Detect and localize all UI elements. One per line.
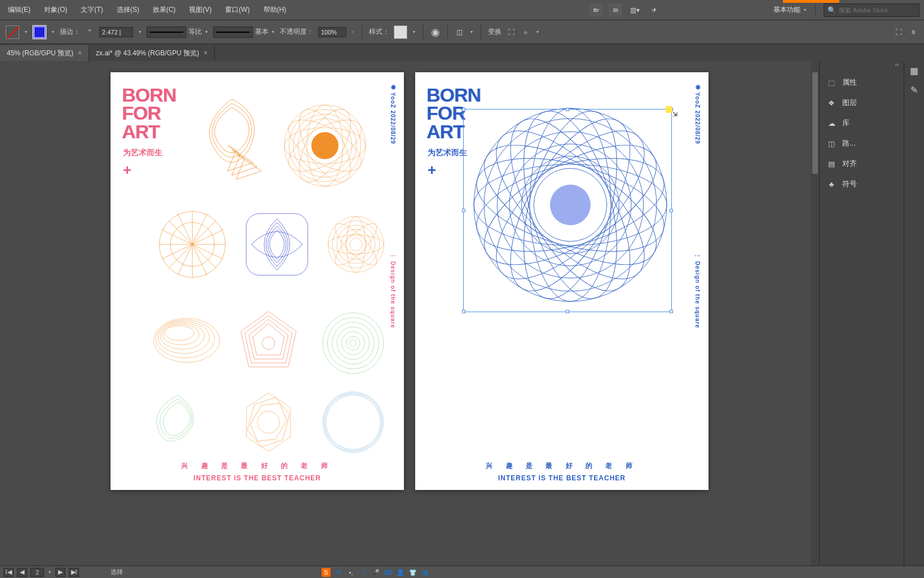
chevron-down-icon[interactable]: ▾ <box>271 29 275 34</box>
opacity-input[interactable] <box>318 27 346 37</box>
artboard-2: BORN FOR ART 为艺术而生 + ◉ YooZ 2022/08/29 ⋮… <box>415 72 709 490</box>
spiro-8 <box>319 309 387 377</box>
menu-window[interactable]: 窗口(W) <box>222 3 253 17</box>
chevron-down-icon[interactable]: ▾ <box>24 29 28 34</box>
artboard-nav-field[interactable]: 2 <box>30 568 44 577</box>
sel-handle-nw[interactable] <box>462 108 465 111</box>
chevron-down-icon[interactable]: ▾ <box>51 29 55 34</box>
nav-last[interactable]: ▶I <box>69 568 79 577</box>
title-line-3: ART <box>122 122 176 141</box>
panel-label: 图层 <box>842 98 857 108</box>
transform-icon1[interactable]: ⛶ <box>506 27 516 37</box>
panel-label: 库 <box>842 118 850 128</box>
brush-def[interactable] <box>213 27 253 38</box>
sel-handle-e[interactable] <box>670 209 673 212</box>
workspace-switcher[interactable]: 基本功能 ▾ <box>773 5 807 15</box>
control-bar: ▾ ▾ 描边： ⌃ ▾ 等比 ▾ 基本 ▾ 不透明度： › 样式： ▾ ◉ ◫ … <box>0 20 924 44</box>
bottom-cn: 兴 趣 是 最 好 的 老 师 <box>111 461 404 471</box>
canvas[interactable]: BORN FOR ART 为艺术而生 + ◉ YooZ 2022/08/29 ⋮… <box>0 61 819 566</box>
panel-symbols[interactable]: ♣符号 <box>820 174 904 194</box>
brush-icon[interactable]: ✎ <box>909 85 919 95</box>
link-icon[interactable]: ⌃ <box>85 27 95 37</box>
chevron-down-icon[interactable]: ▾ <box>138 29 142 34</box>
stroke-weight-input[interactable] <box>99 27 133 37</box>
chevron-down-icon[interactable]: ▾ <box>469 29 474 34</box>
ime-mic-icon[interactable]: 🎤 <box>371 568 380 577</box>
sel-handle-se[interactable] <box>670 310 673 313</box>
close-icon[interactable]: × <box>204 49 208 57</box>
stroke-label: 描边： <box>60 27 80 37</box>
selection-box[interactable] <box>463 109 672 312</box>
search-input[interactable] <box>839 7 916 14</box>
tab-doc-1[interactable]: 45% (RGB/GPU 预览) × <box>0 45 89 61</box>
close-icon[interactable]: × <box>78 49 82 57</box>
sel-handle-n[interactable] <box>566 108 569 111</box>
svg-point-52 <box>350 340 357 347</box>
document-tabs: 45% (RGB/GPU 预览) × zx.ai* @ 43.49% (RGB/… <box>0 44 924 61</box>
ime-kbd-icon[interactable]: ⌨ <box>384 568 393 577</box>
ime-punct[interactable]: •, <box>346 568 355 577</box>
fill-swatch[interactable] <box>6 25 19 39</box>
chevron-down-icon: ▾ <box>803 7 807 12</box>
sogou-icon[interactable]: S <box>322 568 331 577</box>
transform-label[interactable]: 变换 <box>488 27 501 37</box>
spiro-4 <box>240 208 314 281</box>
title-line-1: BORN <box>426 86 481 104</box>
menu-select[interactable]: 选择(S) <box>113 3 143 17</box>
ime-lang[interactable]: 中 <box>334 568 343 577</box>
update-indicator <box>783 0 839 3</box>
tab-doc-2[interactable]: zx.ai* @ 43.49% (RGB/GPU 预览) × <box>89 45 215 61</box>
stroke-profile[interactable] <box>147 27 186 38</box>
gpu-icon[interactable]: ✈ <box>647 3 661 17</box>
arrange-icon[interactable]: ▥▾ <box>628 3 641 17</box>
scrollbar-thumb[interactable] <box>812 72 818 174</box>
sel-handle-s[interactable] <box>566 310 569 313</box>
nav-next[interactable]: ▶ <box>55 568 65 577</box>
svg-rect-24 <box>246 213 307 275</box>
menu-help[interactable]: 帮助(H) <box>260 3 290 17</box>
bridge-icon[interactable]: Br <box>589 3 603 17</box>
ime-emoji-icon[interactable]: ☺ <box>359 568 368 577</box>
cube-icon: ⬚ <box>826 77 837 87</box>
svg-point-49 <box>337 327 369 360</box>
vertical-scrollbar[interactable] <box>811 61 819 566</box>
sel-handle-sw[interactable] <box>462 310 465 313</box>
svg-point-30 <box>350 238 362 251</box>
panel-pathfinder[interactable]: ◫路... <box>820 133 904 154</box>
ime-grid-icon[interactable]: ▦ <box>421 568 430 577</box>
nav-prev[interactable]: ◀ <box>17 568 27 577</box>
menu-view[interactable]: 视图(V) <box>186 3 215 17</box>
menu-type[interactable]: 文字(T) <box>77 3 106 17</box>
isolate-icon[interactable]: ⛶ <box>894 27 904 37</box>
panel-properties[interactable]: ⬚属性 <box>820 72 904 93</box>
menu-object[interactable]: 对象(O) <box>41 3 71 17</box>
panel-label: 对齐 <box>842 159 857 169</box>
panel-libraries[interactable]: ☁库 <box>820 113 904 133</box>
grid-icon[interactable]: ▦ <box>909 65 919 76</box>
search-box[interactable]: 🔍 <box>824 3 919 17</box>
panel-align[interactable]: ▤对齐 <box>820 154 904 174</box>
stock-icon[interactable]: St <box>609 3 622 17</box>
sel-handle-w[interactable] <box>462 209 465 212</box>
chevron-down-icon[interactable]: ▾ <box>47 570 52 575</box>
ime-user-icon[interactable]: 👤 <box>396 568 405 577</box>
nav-first[interactable]: I◀ <box>3 568 14 577</box>
opacity-label: 不透明度： <box>280 27 314 37</box>
chevron-down-icon[interactable]: ▾ <box>204 29 209 34</box>
panel-menu-icon[interactable]: ≡ <box>908 27 918 37</box>
menu-effect[interactable]: 效果(C) <box>149 3 179 17</box>
chevron-down-icon[interactable]: ▾ <box>535 29 540 34</box>
panel-layers[interactable]: ❖图层 <box>820 93 904 113</box>
align-icon[interactable]: ◫ <box>455 27 465 37</box>
transform-icon2[interactable]: ⟐ <box>521 27 531 37</box>
dock-tabs: ▦ ✎ <box>904 61 924 566</box>
recolor-icon[interactable]: ◉ <box>430 27 441 37</box>
chevron-down-icon[interactable]: ▾ <box>412 29 416 34</box>
panel-expand[interactable]: ‹‹ <box>820 61 904 72</box>
stroke-swatch[interactable] <box>33 25 46 39</box>
panel-label: 符号 <box>842 179 857 189</box>
ime-skin-icon[interactable]: 👕 <box>408 568 417 577</box>
chevron-right-icon[interactable]: › <box>351 29 355 34</box>
menu-edit[interactable]: 编辑(E) <box>5 3 34 17</box>
style-swatch[interactable] <box>394 25 407 39</box>
